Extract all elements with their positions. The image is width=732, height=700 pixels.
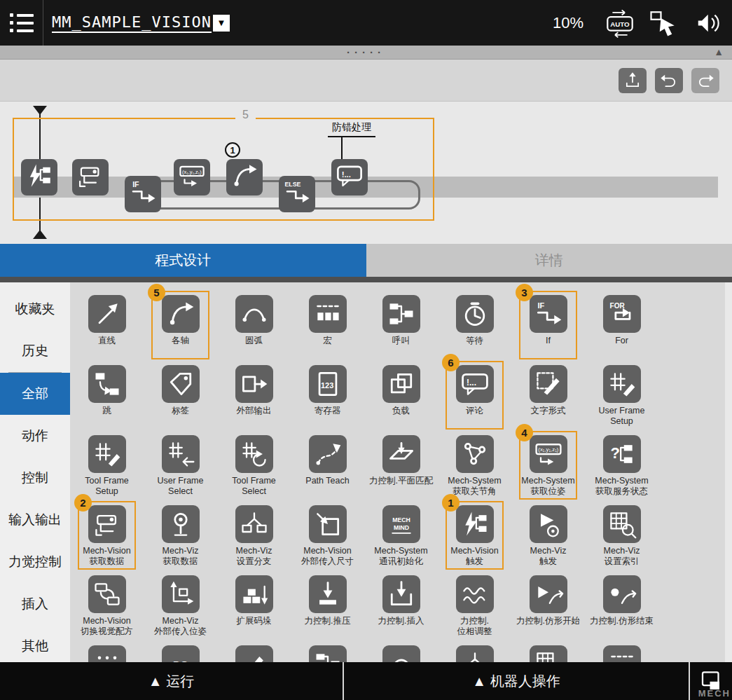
tile-label: Tool FrameSelect <box>232 476 276 497</box>
tile-call[interactable]: 呼叫 <box>364 292 438 362</box>
redo-button[interactable] <box>691 68 719 93</box>
camera-icon <box>88 505 126 543</box>
frame-setup-icon <box>88 435 126 473</box>
sidebar-item-收藏夹[interactable]: 收藏夹 <box>0 288 70 330</box>
block-joint-move[interactable] <box>226 159 263 195</box>
program-title[interactable]: MM_SAMPLE_VISION <box>52 13 212 33</box>
tile-force-phase-adjust[interactable]: 力控制.位相调整 <box>438 572 511 643</box>
block-else[interactable]: ELSE <box>279 176 315 212</box>
tile-mech-system-service-status[interactable]: ?Mech-System获取服务状态 <box>585 432 658 502</box>
tile-arc-move[interactable]: 圆弧 <box>217 292 291 362</box>
window-button[interactable]: MECH <box>690 662 732 700</box>
tile-label[interactable]: 标签 <box>144 362 217 432</box>
tile-label: Mech-System获取关节角 <box>448 476 501 497</box>
run-button[interactable]: ▲ 运行 <box>0 662 343 700</box>
block-mech-vision-get-data[interactable] <box>72 159 109 195</box>
tile-mech-viz-get-data[interactable]: Mech-Viz获取数据 <box>144 502 217 572</box>
block-mech-vision-trigger[interactable] <box>21 159 57 195</box>
tile-tool-frame-select[interactable]: Tool FrameSelect <box>217 432 291 502</box>
tile-mech-viz-set-branch[interactable]: Mech-Viz设置分支 <box>217 502 291 572</box>
drag-handle[interactable]: ····· ▲ <box>0 46 732 60</box>
tile-external-output[interactable]: 外部输出 <box>217 362 291 432</box>
tile-partial-1[interactable] <box>70 643 144 662</box>
tile-text-form[interactable]: 文字形式 <box>511 362 585 432</box>
jog-pointer-icon[interactable] <box>645 7 682 39</box>
tile-payload[interactable]: 负载 <box>364 362 438 432</box>
tile-partial-7[interactable] <box>511 643 585 662</box>
export-button[interactable] <box>619 68 647 93</box>
tile-mech-viz-set-index[interactable]: Mech-Viz设置索引 <box>585 502 658 572</box>
tile-force-profile-start[interactable]: 力控制.仿形开始 <box>511 572 585 643</box>
tile-force-push[interactable]: 力控制.推压 <box>291 572 364 643</box>
sidebar-item-动作[interactable]: 动作 <box>0 415 70 457</box>
tile-line-move[interactable]: 直线 <box>70 292 144 362</box>
order-badge: 6 <box>442 354 460 371</box>
else-icon: ELSE <box>282 178 312 210</box>
tile-mech-system-comm-init[interactable]: MECHMINDMech-System通讯初始化 <box>364 502 438 572</box>
sidebar-item-控制[interactable]: 控制 <box>0 457 70 499</box>
command-grid: 直线5各轴圆弧宏呼叫等待3IFIfFORFor跳标签外部输出123寄存器负载6!… <box>70 282 732 662</box>
tile-mech-vision-trigger[interactable]: 1Mech-Vision触发 <box>438 502 511 572</box>
sidebar-item-其他[interactable]: 其他 <box>0 625 70 667</box>
tile-label: 力控制.平面匹配 <box>369 476 433 486</box>
if-icon: IF <box>128 178 158 210</box>
undo-button[interactable] <box>655 68 683 93</box>
tile-force-plane-match[interactable]: 力控制.平面匹配 <box>364 432 438 502</box>
tile-tool-frame-setup[interactable]: Tool FrameSetup <box>70 432 144 502</box>
auto-mode-icon[interactable]: AUTO <box>602 7 638 39</box>
robot-operate-button[interactable]: ▲ 机器人操作 <box>344 662 689 700</box>
tile-mech-vision-switch-recipe[interactable]: Mech-Vision切换视觉配方 <box>70 572 144 643</box>
block-get-pose[interactable]: (x₁,y₁,z₁) <box>174 159 210 195</box>
svg-text:!...: !... <box>467 378 476 387</box>
sidebar-item-插入[interactable]: 插入 <box>0 583 70 625</box>
timeline-marker-bottom[interactable] <box>33 230 47 239</box>
tile-label: User FrameSelect <box>158 476 204 497</box>
block-if[interactable]: IF <box>125 176 161 212</box>
sidebar-item-全部[interactable]: 全部 <box>0 373 70 415</box>
tile-wait[interactable]: 等待 <box>438 292 511 362</box>
tile-force-profile-end[interactable]: 力控制.仿形结束 <box>585 572 658 643</box>
tile-register[interactable]: 123寄存器 <box>291 362 364 432</box>
tile-partial-6[interactable] <box>438 643 511 662</box>
svg-text:MIND: MIND <box>393 524 408 531</box>
tile-if[interactable]: 3IFIf <box>511 292 585 362</box>
tile-partial-8[interactable] <box>585 643 658 662</box>
hamburger-menu-icon[interactable] <box>0 0 43 46</box>
sidebar-item-力觉控制[interactable]: 力觉控制 <box>0 541 70 583</box>
tile-label: Mech-System通讯初始化 <box>374 546 427 567</box>
tile-force-insert[interactable]: 力控制.插入 <box>364 572 438 643</box>
arc-move-icon <box>235 295 273 333</box>
tile-extended-palletize[interactable]: 扩展码垛 <box>217 572 291 643</box>
tile-macro[interactable]: 宏 <box>291 292 364 362</box>
tile-label: 标签 <box>172 406 189 416</box>
export-icon <box>623 71 642 90</box>
tile-partial-4[interactable] <box>291 643 364 662</box>
tile-mech-viz-ext-pose[interactable]: Mech-Viz外部传入位姿 <box>144 572 217 643</box>
voice-icon[interactable] <box>689 7 725 39</box>
collapse-arrow-icon[interactable]: ▲ <box>714 46 724 57</box>
tile-joint-move[interactable]: 5各轴 <box>144 292 217 362</box>
tile-mech-vision-get-data[interactable]: 2Mech-Vision获取数据 <box>70 502 144 572</box>
sidebar-item-输入输出[interactable]: 输入输出 <box>0 499 70 541</box>
tile-partial-2[interactable]: DO <box>144 643 217 662</box>
block-comment[interactable]: !... <box>331 159 368 195</box>
tile-mech-viz-trigger[interactable]: Mech-Viz触发 <box>511 502 585 572</box>
tab-program-design[interactable]: 程式设计 <box>0 244 366 277</box>
tile-path-teach[interactable]: Path Teach <box>291 432 364 502</box>
tab-details[interactable]: 详情 <box>366 244 732 277</box>
tile-comment[interactable]: 6!...评论 <box>438 362 511 432</box>
title-dropdown-icon[interactable]: ▼ <box>213 15 230 32</box>
scrollbar-track[interactable] <box>725 282 732 662</box>
tile-mech-system-get-pose[interactable]: 4(x₁,y₁,z₁)Mech-System获取位姿 <box>511 432 585 502</box>
tile-mech-system-get-joints[interactable]: Mech-System获取关节角 <box>438 432 511 502</box>
recipe-switch-icon <box>88 575 126 613</box>
tile-user-frame-select[interactable]: User FrameSelect <box>144 432 217 502</box>
tile-partial-5[interactable] <box>364 643 438 662</box>
tile-mech-vision-ext-size[interactable]: Mech-Vision外部传入尺寸 <box>291 502 364 572</box>
tile-partial-3[interactable] <box>217 643 291 662</box>
tag-icon <box>162 365 200 403</box>
tile-jump[interactable]: 跳 <box>70 362 144 432</box>
tile-for[interactable]: FORFor <box>585 292 658 362</box>
tile-user-frame-setup[interactable]: User FrameSetup <box>585 362 658 432</box>
sidebar-item-历史[interactable]: 历史 <box>0 330 70 372</box>
